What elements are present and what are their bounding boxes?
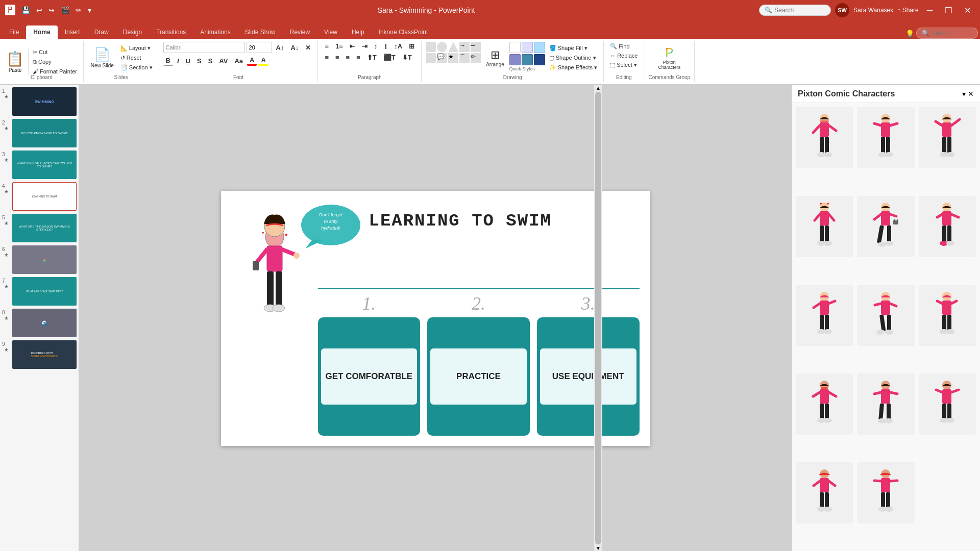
shape-effects-button[interactable]: ✨ Shape Effects ▾ [547, 63, 599, 72]
step-3-box-outer[interactable]: USE EQUIPMENT [537, 317, 640, 436]
save-quick-btn[interactable]: 💾 [19, 5, 32, 15]
shape-rect[interactable] [426, 42, 436, 52]
user-avatar[interactable]: SW [835, 3, 849, 17]
slide-img-4[interactable]: LEARNING TO SWIM [12, 182, 77, 211]
shape-curve[interactable]: ⌒ [459, 53, 470, 63]
close-button[interactable]: ✕ [960, 4, 975, 17]
share-button[interactable]: ↑ Share [897, 7, 918, 14]
slide-thumb-7[interactable]: 7 ★ WHAT ARE SOME SWIM TIPS? [2, 277, 77, 306]
ribbon-search[interactable]: 🔍 [916, 28, 978, 39]
columns-btn[interactable]: ⫿ [381, 42, 390, 51]
tab-home[interactable]: Home [26, 26, 57, 39]
slide-thumb-3[interactable]: 3 ★ WHAT KIND OF PLACES CAN YOU GO TO SW… [2, 151, 77, 179]
new-slide-button[interactable]: 📄 New Slide [88, 45, 117, 70]
font-size-input[interactable] [247, 42, 272, 53]
char-card-4[interactable]: ♥♥ [796, 196, 853, 257]
qs-swatch-2[interactable] [522, 42, 533, 53]
shape-arrow[interactable]: → [459, 42, 470, 52]
redo-btn[interactable]: ↪ [46, 5, 57, 15]
pixton-button[interactable]: P PixtonCharacters [655, 44, 683, 71]
char-card-9[interactable] [919, 285, 976, 346]
char-card-8[interactable] [857, 285, 914, 346]
layout-button[interactable]: 📐 Layout ▾ [118, 44, 155, 53]
shape-outline-button[interactable]: ▢ Shape Outline ▾ [547, 54, 599, 62]
shape-rect2[interactable] [426, 53, 436, 63]
tab-review[interactable]: Review [283, 26, 317, 39]
line-spacing-btn[interactable]: ↕ [372, 42, 380, 51]
qs-swatch-1[interactable] [509, 42, 521, 53]
select-button[interactable]: ⬚ Select ▾ [608, 61, 639, 69]
char-card-3[interactable] [919, 107, 976, 168]
numbering-btn[interactable]: 1≡ [333, 42, 346, 51]
slide-thumb-1[interactable]: 1 ★ SWIMMING [2, 87, 77, 116]
step-1-box-outer[interactable]: GET COMFORATBLE [318, 317, 421, 436]
qs-swatch-3[interactable] [534, 42, 545, 53]
shape-line[interactable]: ─ [471, 42, 481, 52]
qs-swatch-4[interactable] [509, 54, 521, 65]
scroll-up-btn[interactable]: ▲ [596, 85, 601, 91]
text-spacing-btn[interactable]: AV [216, 57, 230, 65]
lightbulb-btn[interactable]: 💡 [903, 29, 916, 39]
slide-img-7[interactable]: WHAT ARE SOME SWIM TIPS? [12, 277, 77, 306]
scroll-down-btn[interactable]: ▼ [596, 545, 601, 551]
justify-btn[interactable]: ≡ [354, 53, 363, 62]
underline-btn[interactable]: U [183, 57, 193, 65]
char-card-13[interactable] [796, 462, 853, 523]
minimize-button[interactable]: ─ [923, 4, 937, 17]
slide-thumb-2[interactable]: 2 ★ DO YOU KNOW HOW TO SWIM? [2, 119, 77, 147]
tab-view[interactable]: View [317, 26, 345, 39]
change-case-btn[interactable]: Aa [232, 57, 246, 65]
restore-button[interactable]: ❐ [941, 4, 956, 17]
search-box[interactable]: 🔍 [759, 5, 831, 16]
tab-draw[interactable]: Draw [87, 26, 116, 39]
slide-img-6[interactable]: 🏊 [12, 245, 77, 274]
slide-thumb-4[interactable]: 4 ★ LEARNING TO SWIM [2, 182, 77, 211]
strikethrough-btn[interactable]: S [194, 57, 204, 65]
record-btn[interactable]: 🎬 [59, 5, 71, 15]
pixton-close-btn[interactable]: ✕ [968, 90, 974, 98]
ribbon-search-input[interactable] [932, 30, 972, 37]
italic-btn[interactable]: I [175, 57, 182, 65]
align-top-btn[interactable]: ⬆T [364, 53, 379, 62]
char-card-11[interactable] [857, 373, 914, 435]
tab-insert[interactable]: Insert [58, 26, 87, 39]
shadow-btn[interactable]: S [206, 57, 215, 65]
undo-btn[interactable]: ↩ [34, 5, 44, 15]
section-button[interactable]: 📑 Section ▾ [118, 63, 155, 72]
align-center-btn[interactable]: ≡ [333, 53, 342, 62]
tab-file[interactable]: File [2, 26, 26, 39]
arrange-button[interactable]: ⊞ Arrange [483, 42, 507, 73]
bold-btn[interactable]: B [163, 56, 173, 66]
replace-button[interactable]: ↔ Replace [608, 52, 640, 60]
decrease-indent-btn[interactable]: ⇤ [347, 42, 358, 51]
slide-img-5[interactable]: WHAT ARE THE MAJOR SWIMMING STROKES? [12, 214, 77, 242]
tab-help[interactable]: Help [345, 26, 372, 39]
char-card-1[interactable] [796, 107, 853, 168]
slide-thumb-8[interactable]: 8 ★ 🌊 [2, 309, 77, 337]
slide-thumb-9[interactable]: 9 ★ RECORDED WITH SCREENCASTOMATIC [2, 340, 77, 369]
highlight-btn[interactable]: A [258, 56, 268, 66]
reset-button[interactable]: ↺ Reset [118, 54, 155, 62]
tab-animations[interactable]: Animations [193, 26, 237, 39]
font-clear-btn[interactable]: ✕ [303, 43, 313, 52]
align-right-btn[interactable]: ≡ [344, 53, 353, 62]
scrollbar-thumb[interactable] [595, 92, 601, 544]
find-button[interactable]: 🔍 Find [608, 42, 631, 51]
paste-button[interactable]: 📋 Paste [2, 48, 29, 75]
slide-img-2[interactable]: DO YOU KNOW HOW TO SWIM? [12, 119, 77, 147]
slide-img-3[interactable]: WHAT KIND OF PLACES CAN YOU GO TO SWIM? [12, 151, 77, 179]
slide-thumb-6[interactable]: 6 ★ 🏊 [2, 245, 77, 274]
slide-thumb-5[interactable]: 5 ★ WHAT ARE THE MAJOR SWIMMING STROKES? [2, 214, 77, 242]
tab-design[interactable]: Design [116, 26, 149, 39]
char-card-6[interactable] [919, 196, 976, 257]
increase-indent-btn[interactable]: ⇥ [359, 42, 370, 51]
bullets-btn[interactable]: ≡ [322, 42, 331, 51]
char-card-2[interactable] [857, 107, 914, 168]
char-card-14[interactable] [857, 462, 914, 523]
shape-circle[interactable] [437, 42, 447, 52]
shape-freeform[interactable]: ✏ [471, 53, 481, 63]
shape-callout[interactable]: 💬 [437, 53, 447, 63]
text-direction-btn[interactable]: ↕A [391, 42, 405, 51]
shape-fill-button[interactable]: 🪣 Shape Fill ▾ [547, 44, 599, 53]
char-card-10[interactable] [796, 373, 853, 435]
